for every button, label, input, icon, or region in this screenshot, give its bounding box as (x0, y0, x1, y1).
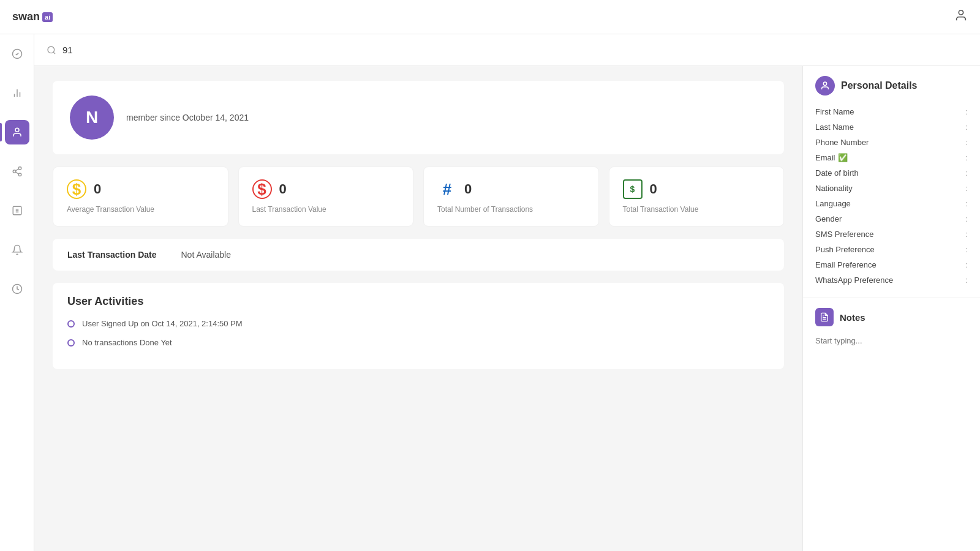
stat-value-total: 0 (650, 181, 657, 197)
dollar-red-icon: $ (252, 179, 272, 199)
header: swanai (0, 0, 980, 34)
dollar-yellow-icon: $ (67, 179, 86, 199)
content-area: N member since October 14, 2021 $ 0 Aver… (34, 66, 980, 551)
detail-label-push: Push Preference (815, 245, 875, 254)
detail-row-email: Email ✅ : (815, 150, 968, 165)
svg-point-18 (823, 82, 826, 85)
detail-label-nationality: Nationality (815, 184, 853, 193)
stat-label-num: Total Number of Transactions (437, 205, 585, 214)
detail-label-dob: Date of birth (815, 168, 859, 178)
sidebar-item-analytics[interactable] (5, 81, 29, 105)
detail-label-firstname: First Name (815, 107, 854, 116)
activity-text-signup: User Signed Up on Oct 14, 2021, 2:14:50 … (82, 319, 243, 328)
detail-colon-email: : (965, 153, 968, 162)
sidebar-item-list[interactable] (5, 198, 29, 223)
svg-line-17 (53, 52, 55, 54)
svg-line-9 (15, 172, 18, 174)
notes-title: Notes (840, 312, 865, 323)
stat-label-avg: Average Transaction Value (67, 205, 214, 214)
sidebar-item-check[interactable] (5, 42, 29, 66)
search-input[interactable] (62, 45, 185, 55)
profile-header: N member since October 14, 2021 (53, 81, 784, 154)
sidebar (0, 34, 34, 551)
detail-row-nationality: Nationality : (815, 181, 968, 196)
svg-point-6 (18, 167, 21, 170)
detail-colon-push: : (965, 245, 968, 254)
search-icon (47, 45, 56, 55)
detail-colon-dob: : (965, 168, 968, 178)
detail-row-gender: Gender : (815, 211, 968, 227)
detail-row-sms: SMS Preference : (815, 227, 968, 242)
stat-card-last: $ 0 Last Transaction Value (238, 167, 414, 227)
detail-label-email: Email (815, 153, 835, 162)
detail-row-lastname: Last Name : (815, 119, 968, 135)
svg-point-5 (15, 128, 19, 132)
detail-label-email-pref: Email Preference (815, 260, 876, 269)
activities-title: User Activities (67, 295, 769, 308)
search-bar (34, 34, 980, 66)
logo-text: swan (12, 10, 40, 23)
right-panel: Personal Details First Name : Last Name … (802, 66, 980, 551)
detail-label-lastname: Last Name (815, 122, 854, 132)
svg-line-10 (15, 169, 18, 171)
detail-colon-sms: : (965, 230, 968, 239)
profile-panel: N member since October 14, 2021 $ 0 Aver… (34, 66, 802, 551)
detail-label-sms: SMS Preference (815, 230, 873, 239)
svg-point-8 (18, 173, 21, 176)
hash-icon: # (437, 179, 457, 199)
stats-grid: $ 0 Average Transaction Value $ 0 Last T… (53, 167, 784, 227)
sidebar-item-users[interactable] (5, 120, 29, 144)
activity-item-no-tx: No transactions Done Yet (67, 338, 769, 347)
detail-label-language: Language (815, 199, 851, 208)
detail-colon-lastname: : (965, 122, 968, 132)
detail-colon-nationality: : (965, 184, 968, 193)
logo: swanai (12, 10, 53, 23)
detail-row-phone: Phone Number : (815, 135, 968, 150)
body: N member since October 14, 2021 $ 0 Aver… (0, 34, 980, 551)
notes-input[interactable] (815, 334, 968, 348)
svg-point-16 (48, 47, 55, 53)
user-profile-icon[interactable] (954, 9, 968, 25)
clipboard-green-icon: $ (623, 179, 643, 199)
transaction-date-value: Not Available (181, 250, 231, 260)
svg-point-7 (13, 170, 16, 173)
email-verified-icon: ✅ (838, 153, 848, 162)
email-with-verified: Email ✅ (815, 153, 848, 162)
detail-row-language: Language : (815, 196, 968, 211)
detail-colon-phone: : (965, 138, 968, 147)
activity-text-no-tx: No transactions Done Yet (82, 338, 172, 347)
detail-row-whatsapp: WhatsApp Preference : (815, 272, 968, 288)
detail-label-gender: Gender (815, 214, 842, 223)
stat-card-total: $ 0 Total Transaction Value (609, 167, 785, 227)
stat-label-last: Last Transaction Value (252, 205, 400, 214)
detail-row-push: Push Preference : (815, 242, 968, 257)
detail-row-dob: Date of birth : (815, 165, 968, 181)
stat-value-last: 0 (279, 181, 287, 197)
detail-label-whatsapp: WhatsApp Preference (815, 276, 893, 285)
detail-colon-language: : (965, 199, 968, 208)
personal-details-title: Personal Details (841, 80, 918, 91)
personal-details-header: Personal Details (815, 76, 968, 96)
notes-section: Notes (803, 298, 980, 358)
detail-label-phone: Phone Number (815, 138, 869, 147)
member-since: member since October 14, 2021 (126, 113, 249, 122)
detail-colon-gender: : (965, 214, 968, 223)
detail-colon-whatsapp: : (965, 276, 968, 285)
sidebar-item-clock[interactable] (5, 277, 29, 301)
logo-ai: ai (42, 12, 53, 22)
stat-card-num: # 0 Total Number of Transactions (423, 167, 599, 227)
sidebar-item-notifications[interactable] (5, 238, 29, 262)
detail-colon-firstname: : (965, 107, 968, 116)
detail-row-email-pref: Email Preference : (815, 257, 968, 272)
notes-icon (815, 308, 834, 326)
transaction-date-label: Last Transaction Date (67, 250, 157, 260)
activity-item-signup: User Signed Up on Oct 14, 2021, 2:14:50 … (67, 319, 769, 328)
activities-section: User Activities User Signed Up on Oct 14… (53, 283, 784, 369)
activity-dot-no-tx (67, 339, 75, 347)
activity-dot-signup (67, 320, 75, 328)
stat-value-avg: 0 (94, 181, 101, 197)
transaction-date-section: Last Transaction Date Not Available (53, 239, 784, 271)
personal-details-section: Personal Details First Name : Last Name … (803, 66, 980, 298)
sidebar-item-connections[interactable] (5, 159, 29, 184)
personal-details-icon (815, 76, 835, 96)
